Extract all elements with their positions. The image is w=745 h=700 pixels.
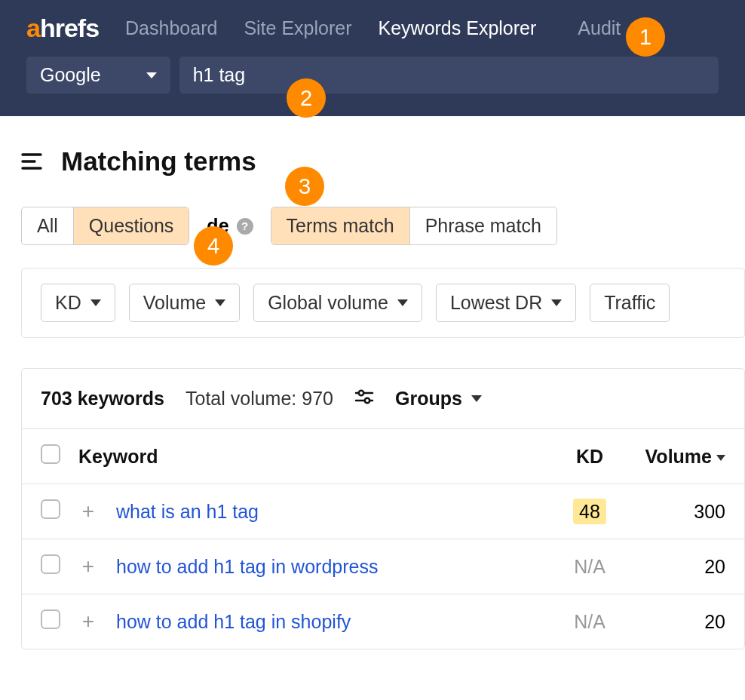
keyword-link[interactable]: how to add h1 tag in wordpress [116, 556, 378, 577]
logo-a: a [26, 14, 40, 42]
filter-kd-label: KD [55, 292, 81, 314]
chevron-down-icon [146, 72, 157, 78]
tab-group-match: Terms match Phrase match [271, 207, 557, 245]
nav-site-explorer[interactable]: Site Explorer [244, 17, 351, 39]
results-header: 703 keywords Total volume: 970 Groups [22, 369, 744, 428]
table-row: +how to add h1 tag in shopifyN/A20 [22, 594, 744, 649]
table-row: +how to add h1 tag in wordpressN/A20 [22, 539, 744, 594]
groups-toggle-label: Groups [395, 388, 462, 410]
results-total-volume: Total volume: 970 [185, 388, 333, 410]
tab-group-type: All Questions [21, 207, 189, 245]
filter-global-volume-label: Global volume [268, 292, 388, 314]
row-checkbox[interactable] [41, 499, 60, 519]
filter-tabs: All Questions de ? Terms match Phrase ma… [21, 207, 745, 245]
col-volume[interactable]: Volume [624, 429, 744, 484]
row-checkbox[interactable] [41, 609, 60, 629]
col-kd[interactable]: KD [556, 429, 624, 484]
expand-icon[interactable]: + [82, 499, 94, 523]
select-all-checkbox[interactable] [41, 444, 60, 464]
filter-lowest-dr-label: Lowest DR [450, 292, 542, 314]
kd-value: N/A [574, 611, 606, 632]
sort-desc-icon [716, 455, 725, 461]
filter-traffic-label: Traffic [604, 292, 655, 314]
filter-volume-label: Volume [143, 292, 206, 314]
tab-terms-match[interactable]: Terms match [271, 207, 410, 244]
table-header-row: Keyword KD Volume [22, 429, 744, 484]
kd-value: N/A [574, 556, 606, 577]
tab-phrase-match[interactable]: Phrase match [410, 207, 556, 244]
tab-all[interactable]: All [22, 207, 74, 244]
filter-volume[interactable]: Volume [129, 284, 240, 322]
results-count: 703 keywords [41, 388, 164, 410]
table-row: +what is an h1 tag48300 [22, 484, 744, 539]
keyword-link[interactable]: how to add h1 tag in shopify [116, 611, 351, 632]
annotation-3: 3 [285, 167, 324, 206]
nav-keywords-explorer[interactable]: Keywords Explorer [379, 17, 537, 39]
groups-toggle[interactable]: Groups [395, 388, 482, 410]
volume-value: 20 [704, 556, 725, 577]
nav-audit[interactable]: Audit [578, 17, 621, 39]
chevron-down-icon [90, 299, 101, 306]
row-checkbox[interactable] [41, 554, 60, 574]
logo[interactable]: ahrefs [26, 14, 99, 43]
filter-kd[interactable]: KD [41, 284, 115, 322]
volume-value: 20 [704, 611, 725, 632]
annotation-2: 2 [287, 78, 326, 118]
filter-lowest-dr[interactable]: Lowest DR [436, 284, 576, 322]
chevron-down-icon [471, 395, 482, 402]
keyword-input-value: h1 tag [193, 64, 246, 85]
svg-point-6 [365, 398, 369, 403]
annotation-1: 1 [626, 17, 665, 57]
filters-card: KD Volume Global volume Lowest DR Traffi… [21, 268, 745, 338]
keyword-link[interactable]: what is an h1 tag [116, 501, 259, 522]
col-keyword[interactable]: Keyword [69, 429, 556, 484]
page-title: Matching terms [61, 146, 256, 177]
expand-icon[interactable]: + [82, 554, 94, 578]
svg-point-5 [359, 391, 363, 395]
logo-rest: hrefs [40, 14, 99, 42]
settings-icon[interactable] [354, 388, 374, 410]
filter-global-volume[interactable]: Global volume [253, 284, 422, 322]
chevron-down-icon [551, 299, 562, 306]
topbar: ahrefs Dashboard Site Explorer Keywords … [0, 0, 745, 116]
expand-icon[interactable]: + [82, 609, 94, 633]
chevron-down-icon [397, 299, 408, 306]
nav-dashboard[interactable]: Dashboard [125, 17, 217, 39]
search-engine-select[interactable]: Google [26, 57, 170, 94]
menu-icon[interactable] [21, 153, 42, 170]
chevron-down-icon [215, 299, 225, 306]
search-engine-value: Google [40, 64, 101, 86]
search-row: Google h1 tag [0, 57, 745, 116]
keyword-input[interactable]: h1 tag [179, 57, 719, 94]
annotation-4: 4 [194, 226, 233, 266]
page-title-row: Matching terms [21, 146, 745, 177]
help-icon[interactable]: ? [237, 218, 253, 235]
volume-value: 300 [694, 501, 725, 522]
page-area: Matching terms All Questions de ? Terms … [0, 116, 745, 649]
tab-questions[interactable]: Questions [74, 207, 189, 244]
filter-traffic[interactable]: Traffic [590, 284, 670, 322]
results-card: 703 keywords Total volume: 970 Groups Ke… [21, 368, 745, 649]
results-table: Keyword KD Volume +what is an h1 tag4830… [22, 428, 744, 649]
kd-value: 48 [573, 499, 606, 524]
